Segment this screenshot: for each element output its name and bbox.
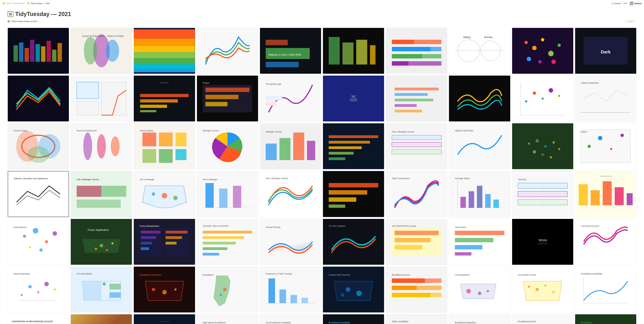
- gallery-card-53[interactable]: Broadband Disparities: [134, 266, 195, 312]
- breadcrumb[interactable]: 🗂️ Data Viz Bookmarks / 🗂️ TidyTuesday —…: [2, 2, 50, 5]
- gallery-card-48[interactable]: Vaccination: [449, 219, 510, 265]
- svg-text:Gap in experience: Gap in experience: [392, 177, 410, 180]
- svg-text:Annual Salary: Annual Salary: [14, 129, 28, 132]
- gallery-card-20[interactable]: Salary Distribution: [575, 75, 636, 122]
- view-selector[interactable]: #TidyTuesday tweets w/ links: [8, 20, 40, 23]
- gallery-card-44[interactable]: SCOOBY DOO COUNTRY: [197, 219, 258, 265]
- svg-point-57: [527, 57, 531, 61]
- gallery-card-28[interactable]: Highest Paid Roles: [449, 123, 510, 169]
- gallery-card-50[interactable]: Household Income: [575, 219, 636, 265]
- gallery-card-27[interactable]: Ask a Manager Survey: [386, 123, 447, 169]
- more-options-button[interactable]: •••: [624, 2, 628, 5]
- svg-point-138: [610, 148, 612, 150]
- gallery-card-11[interactable]: [8, 75, 69, 122]
- gallery-card-56[interactable]: Student Debt Severity: [323, 266, 384, 312]
- svg-point-139: [620, 134, 624, 137]
- gallery-card-31[interactable]: Salaries, education and experience: [8, 171, 69, 217]
- gallery-card-17[interactable]: [386, 75, 447, 122]
- svg-rect-27: [134, 52, 195, 58]
- chart-thumb-5: Majority in tech: 100k-200k: [263, 30, 318, 71]
- gallery-card-6[interactable]: [323, 28, 384, 74]
- gallery-card-43[interactable]: Fuzzy deduplication: [134, 219, 195, 265]
- nav-search-button[interactable]: Search: [612, 2, 621, 5]
- gallery-card-19[interactable]: [512, 75, 574, 122]
- gallery-card-57[interactable]: Broadband access: [386, 266, 447, 312]
- gallery-card-22[interactable]: Normal Employment: [70, 123, 132, 169]
- svg-text:Salary: Salary: [463, 36, 471, 39]
- svg-point-98: [97, 134, 106, 158]
- gallery-card-51[interactable]: Racial disparities: [8, 266, 69, 312]
- gallery-card-26[interactable]: [323, 123, 384, 169]
- gallery-card-60[interactable]: Broadband availability: [575, 266, 636, 312]
- gallery-card-25[interactable]: Manager Survey: [260, 123, 321, 169]
- gallery-card-15[interactable]: The gender gap: [260, 75, 321, 122]
- gallery-card-5[interactable]: Majority in tech: 100k-200k: [260, 28, 321, 74]
- gallery-card-54[interactable]: Broadband: [197, 266, 258, 312]
- gallery-card-8[interactable]: Salary Survey: [449, 28, 510, 74]
- gallery-card-2[interactable]: Level of Education Years in Field: [70, 28, 132, 74]
- gallery-card-14[interactable]: Region: [197, 75, 258, 122]
- gallery-card-23[interactable]: Annual Salary: [134, 123, 195, 169]
- svg-rect-3: [9, 15, 10, 15]
- gallery-card-47[interactable]: VACCINATION by Quota: [386, 219, 447, 265]
- gallery-card-4[interactable]: [197, 28, 258, 74]
- chart-thumb-1: [11, 30, 66, 71]
- gallery-card-52[interactable]: US racial divide: [70, 266, 132, 312]
- gallery-card-39[interactable]: Seniority: [512, 171, 574, 217]
- gallery-card-32[interactable]: Ask a Manager Survey: [70, 171, 132, 217]
- gallery-card-65[interactable]: US Broadband Availability: [260, 314, 321, 324]
- gallery-card-33[interactable]: Ask a Manager: [134, 171, 195, 217]
- svg-rect-143: [76, 186, 101, 197]
- gallery-card-62[interactable]: [70, 314, 132, 324]
- gallery-card-13[interactable]: Who is the Richest?: [134, 75, 195, 122]
- gallery-card-18[interactable]: [449, 75, 510, 122]
- gallery-card-58[interactable]: US Broadband: [449, 266, 510, 312]
- svg-rect-252: [392, 278, 425, 283]
- gallery-card-45[interactable]: Annual Density: [260, 219, 321, 265]
- gallery-card-24[interactable]: Manager Survey: [197, 123, 258, 169]
- breadcrumb-parent[interactable]: Data Viz Bookmarks: [6, 2, 25, 5]
- gallery-card-29[interactable]: [512, 123, 574, 169]
- svg-point-54: [541, 38, 544, 42]
- gallery-card-46[interactable]: US Tech Salaries: [323, 219, 384, 265]
- gallery-card-30[interactable]: Salary: [575, 123, 636, 169]
- gallery-card-16[interactable]: Salary in Tech Education Nonprofits: [323, 75, 384, 122]
- gallery-card-69[interactable]: Broadband growth: [512, 314, 574, 324]
- gallery-card-37[interactable]: Gap in experience: [386, 171, 447, 217]
- gallery-card-55[interactable]: Frequency of Tidy Tuesday: [260, 266, 321, 312]
- gallery-card-1[interactable]: [8, 28, 69, 74]
- gallery-card-9[interactable]: [512, 28, 574, 74]
- gallery-card-38[interactable]: Average Salary: [449, 171, 510, 217]
- gallery-card-68[interactable]: Broadband disparities: [449, 314, 510, 324]
- gallery-card-63[interactable]: US Broadband Speeds WiFi: [134, 314, 195, 324]
- gallery-card-36[interactable]: [323, 171, 384, 217]
- svg-rect-62: [76, 82, 99, 98]
- gallery-grid: Level of Education Years in Field: [8, 28, 636, 324]
- gallery-card-7[interactable]: [386, 28, 447, 74]
- gallery-card-40[interactable]: US Salary Differences by Age Group: [575, 171, 636, 217]
- svg-rect-112: [293, 132, 304, 160]
- gallery-card-70[interactable]: Broadband: [575, 314, 636, 324]
- gallery-card-66[interactable]: Broadband availability: [323, 314, 384, 324]
- svg-text:US racial divide: US racial divide: [76, 272, 92, 275]
- svg-point-88: [549, 88, 553, 93]
- gallery-card-49[interactable]: TidyTuesday a weekly data project from t…: [512, 219, 574, 265]
- svg-rect-71: [206, 95, 238, 99]
- gallery-card-35[interactable]: Ask a Manager Survey: [260, 171, 321, 217]
- svg-rect-67: [140, 105, 167, 108]
- gallery-card-59[interactable]: Household income: [512, 266, 574, 312]
- search-bar[interactable]: Search: [624, 19, 636, 23]
- gallery-card-3[interactable]: [134, 28, 195, 74]
- breadcrumb-current[interactable]: TidyTuesday — 2021: [30, 2, 50, 5]
- gallery-card-41[interactable]: Gap between: [8, 219, 69, 265]
- gallery-card-12[interactable]: [70, 75, 132, 122]
- gallery-card-61[interactable]: DISPARITIES IN BROADBAND ACCESS: [8, 314, 69, 324]
- gallery-card-10[interactable]: Dark: [575, 28, 636, 74]
- gallery-card-67[interactable]: Water availability: [386, 314, 447, 324]
- gallery-card-21[interactable]: Annual Salary: [8, 123, 69, 169]
- svg-rect-242: [290, 295, 297, 303]
- gallery-card-64[interactable]: High Speed Broadband: [197, 314, 258, 324]
- svg-text:Ask a Manager Survey: Ask a Manager Survey: [266, 177, 288, 180]
- gallery-card-34[interactable]: Ask a Manager: [197, 171, 258, 217]
- gallery-card-42[interactable]: Fuzzy duplication: [70, 219, 132, 265]
